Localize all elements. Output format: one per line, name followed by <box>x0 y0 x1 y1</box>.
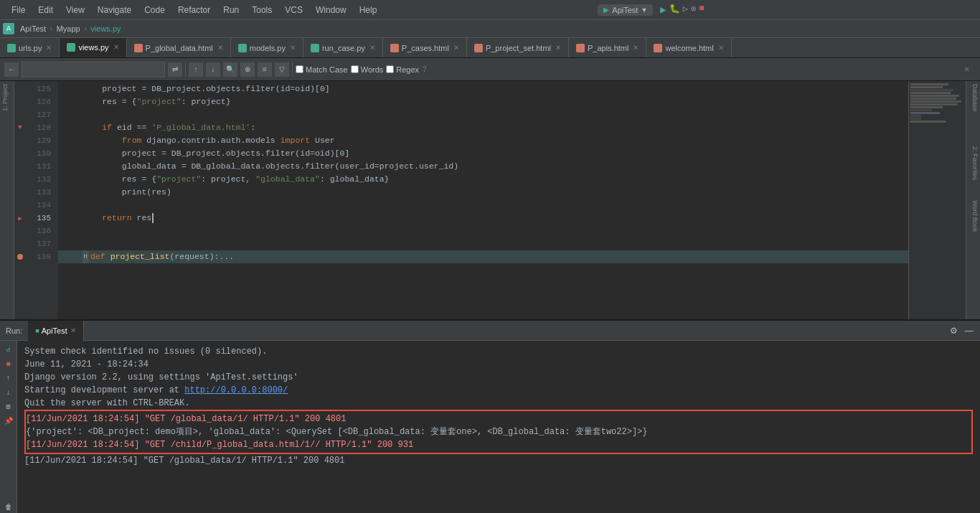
py-icon <box>238 44 247 52</box>
scroll-down-btn[interactable]: ↓ <box>3 387 14 398</box>
settings2-btn[interactable]: 🗑 <box>3 502 14 513</box>
tab-run-case-py[interactable]: run_case.py ✕ <box>303 38 383 58</box>
tab-welcome-html[interactable]: welcome.html ✕ <box>646 38 731 58</box>
tab-p-cases-html[interactable]: P_cases.html ✕ <box>383 38 467 58</box>
pin-btn[interactable]: 📌 <box>3 415 14 427</box>
console-line-6: {'project': <DB_project: demo项目>, 'globa… <box>26 425 971 438</box>
menu-refactor[interactable]: Refactor <box>172 4 216 17</box>
tab-models-py[interactable]: models.py ✕ <box>231 38 303 58</box>
search-opt1-btn[interactable]: ⊕ <box>240 62 255 77</box>
close-icon[interactable]: ✕ <box>290 44 296 52</box>
file-tabs: urls.py ✕ views.py ✕ P_global_data.html … <box>0 38 980 58</box>
match-case-label: Match Case <box>306 65 348 74</box>
separator <box>185 62 186 77</box>
menu-run[interactable]: Run <box>217 4 245 17</box>
rerun-btn[interactable]: ↺ <box>3 344 14 355</box>
regex-checkbox[interactable] <box>386 65 394 73</box>
close-icon[interactable]: ✕ <box>113 43 119 51</box>
search-prev-btn[interactable]: ← <box>4 62 19 77</box>
menu-view[interactable]: View <box>60 4 90 17</box>
code-line-125: project = DB_project.objects.filter(id=o… <box>58 83 908 95</box>
search-down-btn[interactable]: ↓ <box>206 62 220 77</box>
search-opt2-btn[interactable]: ≡ <box>258 62 272 77</box>
menu-tools[interactable]: Tools <box>246 4 278 17</box>
menu-navigate[interactable]: Navigate <box>92 4 137 17</box>
softreload-btn[interactable]: ⊞ <box>3 401 14 413</box>
words-option[interactable]: Words <box>351 65 384 74</box>
tab-p-apis-html[interactable]: P_apis.html ✕ <box>569 38 646 58</box>
left-panel-label: 1: Project <box>0 81 14 114</box>
search-find-btn[interactable]: 🔍 <box>223 62 237 77</box>
search-input[interactable] <box>22 62 165 77</box>
breakpoint-icon[interactable] <box>17 254 23 260</box>
tab-urls-py[interactable]: urls.py ✕ <box>0 38 60 58</box>
match-case-option[interactable]: Match Case <box>296 65 348 74</box>
match-case-checkbox[interactable] <box>296 65 303 73</box>
code-line-137 <box>58 237 908 250</box>
profile-button[interactable]: ⊙ <box>691 4 696 16</box>
title-bar: File Edit View Navigate Code Refactor Ru… <box>0 0 980 20</box>
close-icon[interactable]: ✕ <box>46 44 52 52</box>
gutter-125 <box>14 83 26 95</box>
fold-icon[interactable]: ▶ <box>18 215 22 222</box>
console-output[interactable]: System check identified no issues (0 sil… <box>17 341 980 513</box>
code-line-133: print(res) <box>58 186 908 199</box>
settings-btn[interactable]: ⚙ <box>947 324 960 337</box>
code-editor[interactable]: project = DB_project.objects.filter(id=o… <box>58 81 908 319</box>
search-bar: ← ⇄ ↑ ↓ 🔍 ⊕ ≡ ▽ Match Case Words Regex ?… <box>0 58 980 81</box>
ln-128: 128 <box>29 121 55 134</box>
menu-window[interactable]: Window <box>310 4 352 17</box>
close-icon[interactable]: ✕ <box>217 44 223 52</box>
menu-vcs[interactable]: VCS <box>279 4 308 17</box>
search-close-btn[interactable]: ✕ <box>964 64 976 75</box>
close-icon[interactable]: ✕ <box>555 44 561 52</box>
console-line-4: Quit the server with CTRL-BREAK. <box>24 397 973 410</box>
ln-131: 131 <box>29 160 55 173</box>
code-line-130: project = DB_project.objects.filter(id=o… <box>58 147 908 160</box>
html-icon <box>390 44 399 52</box>
scroll-up-btn[interactable]: ↑ <box>3 372 14 384</box>
menu-code[interactable]: Code <box>138 4 171 17</box>
bottom-actions: ⚙ — <box>947 324 980 337</box>
server-link[interactable]: http://0.0.0.0:8000/ <box>184 385 288 395</box>
gutter-127 <box>14 108 26 121</box>
run-button[interactable]: ▶ <box>660 4 666 16</box>
code-line-131: global_data = DB_global_data.objects.fil… <box>58 160 908 173</box>
project-name: ApiTest <box>20 24 46 33</box>
bottom-tab-apitest[interactable]: ■ ApiTest ✕ <box>28 321 84 341</box>
gutter-135: ▶ <box>14 212 26 225</box>
menu-edit[interactable]: Edit <box>32 4 59 17</box>
tab-p-project-set-html[interactable]: P_project_set.html ✕ <box>467 38 569 58</box>
tab-views-py[interactable]: views.py ✕ <box>60 38 126 58</box>
right-panel-database[interactable]: Database <box>966 81 980 115</box>
menu-file[interactable]: File <box>6 4 31 17</box>
right-panel-structure[interactable]: 2: Favorites <box>966 143 980 183</box>
gutter-133 <box>14 186 26 199</box>
stop-btn[interactable]: ■ <box>3 358 14 370</box>
close-icon[interactable]: ✕ <box>633 44 639 52</box>
fold-indicator[interactable]: H <box>83 250 89 263</box>
words-checkbox[interactable] <box>351 65 359 73</box>
close-icon[interactable]: ✕ <box>718 44 724 52</box>
right-panel-wordbook[interactable]: Word Book <box>966 197 980 235</box>
close-icon[interactable]: ✕ <box>453 44 459 52</box>
coverage-button[interactable]: ▷ <box>683 4 688 16</box>
menu-help[interactable]: Help <box>354 4 383 17</box>
stop-button[interactable]: ■ <box>699 4 704 16</box>
tab-p-global-data-html[interactable]: P_global_data.html ✕ <box>127 38 231 58</box>
fold-icon[interactable]: ▼ <box>18 124 22 131</box>
minimize-btn[interactable]: — <box>963 324 976 337</box>
gutter-138 <box>14 250 26 263</box>
regex-option[interactable]: Regex ? <box>386 65 426 74</box>
ln-134: 134 <box>29 199 55 212</box>
debug-button[interactable]: 🐛 <box>669 4 680 16</box>
run-config[interactable]: ▶ ApiTest ▼ <box>598 4 653 16</box>
close-icon[interactable]: ✕ <box>369 44 375 52</box>
separator2 <box>292 62 293 77</box>
ln-138: 138 <box>29 250 55 263</box>
search-filter-btn[interactable]: ▽ <box>275 62 289 77</box>
search-up-btn[interactable]: ↑ <box>189 62 203 77</box>
close-bottom-tab[interactable]: ✕ <box>70 326 76 334</box>
console-line-1: June 11, 2021 - 18:24:34 <box>24 358 973 371</box>
replace-toggle-btn[interactable]: ⇄ <box>168 62 182 77</box>
